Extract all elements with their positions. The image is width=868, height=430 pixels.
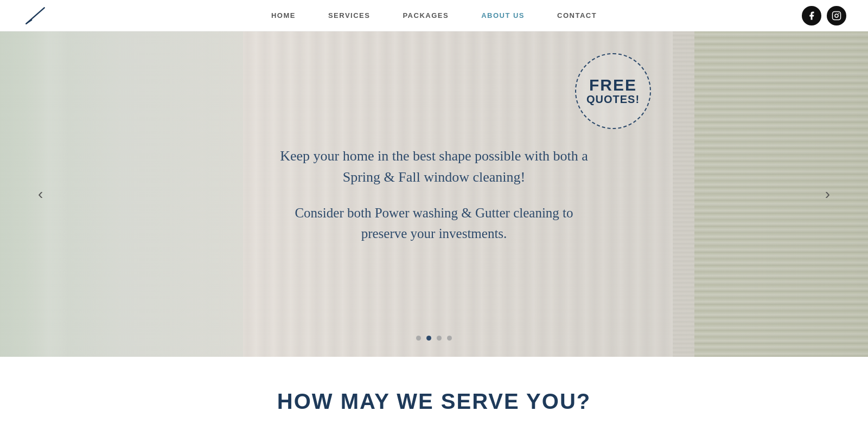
carousel-dot-2[interactable] bbox=[426, 336, 431, 341]
hero-section: FREE QUOTES! Keep your home in the best … bbox=[0, 31, 868, 357]
nav-services[interactable]: SERVICES bbox=[328, 11, 371, 20]
logo-icon bbox=[22, 5, 49, 27]
serve-you-heading: HOW MAY WE SERVE YOU? bbox=[22, 389, 846, 414]
svg-rect-2 bbox=[833, 11, 841, 20]
nav-contact[interactable]: CONTACT bbox=[557, 11, 597, 20]
carousel-prev-button[interactable]: ‹ bbox=[33, 180, 48, 208]
instagram-icon bbox=[832, 11, 841, 21]
facebook-icon bbox=[807, 11, 816, 21]
social-icons bbox=[802, 6, 846, 25]
free-quotes-badge: FREE QUOTES! bbox=[575, 53, 651, 129]
facebook-button[interactable] bbox=[802, 6, 821, 25]
svg-point-4 bbox=[838, 12, 839, 14]
carousel-dot-3[interactable] bbox=[437, 336, 442, 341]
badge-quotes-text: QUOTES! bbox=[586, 93, 640, 106]
carousel-dot-1[interactable] bbox=[416, 336, 421, 341]
carousel-dot-4[interactable] bbox=[447, 336, 452, 341]
hero-sub-text: Consider both Power washing & Gutter cle… bbox=[277, 203, 591, 243]
badge-free-text: FREE bbox=[589, 77, 637, 93]
nav-about[interactable]: ABOUT US bbox=[481, 11, 525, 20]
below-hero-section: HOW MAY WE SERVE YOU? bbox=[0, 357, 868, 430]
nav-home[interactable]: HOME bbox=[271, 11, 296, 20]
hero-right-overlay bbox=[694, 31, 868, 357]
hero-main-text: Keep your home in the best shape possibl… bbox=[277, 145, 591, 188]
svg-point-3 bbox=[835, 14, 838, 17]
logo[interactable] bbox=[22, 5, 49, 27]
carousel-next-button[interactable]: › bbox=[820, 180, 835, 208]
site-header: HOME SERVICES PACKAGES ABOUT US CONTACT bbox=[0, 0, 868, 31]
main-nav: HOME SERVICES PACKAGES ABOUT US CONTACT bbox=[271, 11, 597, 20]
carousel-dots bbox=[416, 336, 452, 341]
hero-content: Keep your home in the best shape possibl… bbox=[277, 145, 591, 243]
instagram-button[interactable] bbox=[827, 6, 846, 25]
nav-packages[interactable]: PACKAGES bbox=[403, 11, 449, 20]
